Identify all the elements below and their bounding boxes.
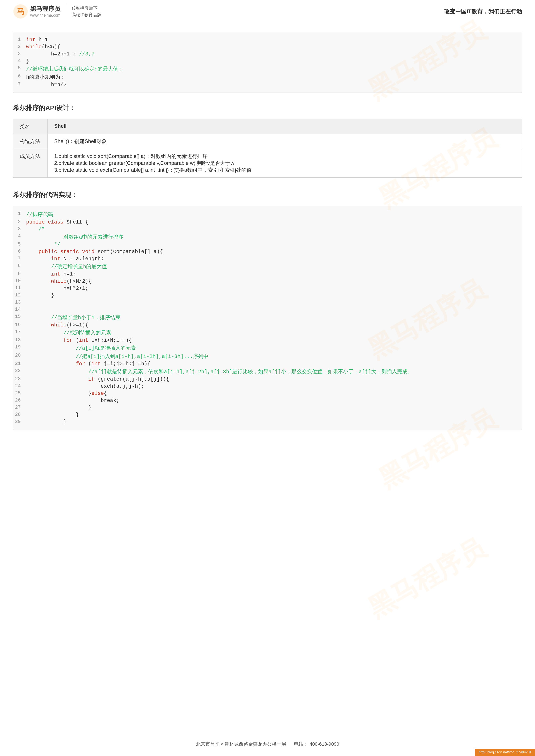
footer-address: 北京市昌平区建材城西路金燕龙办公楼一层 xyxy=(196,741,286,747)
line-content: } xyxy=(26,412,522,418)
logo-brand-name: 黑马程序员 xyxy=(30,5,60,13)
header-left: 马 黑马程序员 www.itheima.com 传智播客旗下 高端IT教育品牌 xyxy=(13,4,101,19)
code-line: 3 /* xyxy=(13,226,522,233)
line-number: 9 xyxy=(13,271,26,277)
line-content: if (greater(a[j-h],a[j])){ xyxy=(26,376,522,382)
line-content: //把a[i]插入到a[i-h],a[i-2h],a[i-3h]...序列中 xyxy=(26,353,522,360)
line-content: h=h/2 xyxy=(26,82,522,88)
line-number: 10 xyxy=(13,278,26,284)
line-content: break; xyxy=(26,398,522,403)
code-line: 9 int h=1; xyxy=(13,271,522,278)
line-content: //a[j]就是待插入元素，依次和a[j-h],a[j-2h],a[j-3h]进… xyxy=(26,368,522,375)
line-content: //循环结束后我们就可以确定h的最大值； xyxy=(26,66,522,72)
line-content: h=h*2+1; xyxy=(26,285,522,291)
code-line: 3 h=2h+1 ; //3,7 xyxy=(13,50,522,58)
code-line: 13 xyxy=(13,299,522,306)
footer-phone-label: 电话： xyxy=(294,741,308,747)
code-line: 4 对数组a中的元素进行排序 xyxy=(13,233,522,241)
line-number: 18 xyxy=(13,338,26,343)
code-line: 5 */ xyxy=(13,241,522,248)
line-number: 5 xyxy=(13,242,26,247)
logo-icon: 马 xyxy=(13,4,28,19)
code-line: 2 while(h<5){ xyxy=(13,43,522,50)
code-line: 7 int N = a.length; xyxy=(13,255,522,262)
line-content: h的减小规则为： xyxy=(26,73,522,80)
line-content: while(h>=1){ xyxy=(26,322,522,328)
line-number: 6 xyxy=(13,73,26,79)
line-number: 16 xyxy=(13,322,26,328)
section-title-1: 希尔排序的API设计： xyxy=(13,104,522,112)
line-number: 20 xyxy=(13,353,26,358)
method-line-2: 2.private static boolean greater(Compara… xyxy=(54,160,515,167)
line-content: } xyxy=(26,419,522,425)
line-number: 27 xyxy=(13,405,26,410)
method-line-3: 3.private static void exch(Comparable[] … xyxy=(54,167,515,174)
line-content: for (int j=i;j>=h;j-=h){ xyxy=(26,361,522,367)
line-number: 15 xyxy=(13,314,26,319)
code-block-1: 1 int h=1 2 while(h<5){ 3 h=2h+1 ; //3,7… xyxy=(13,32,522,93)
line-content: int h=1 xyxy=(26,37,522,43)
logo-divider xyxy=(66,5,66,18)
code-line: 15 //当增长量h小于1，排序结束 xyxy=(13,313,522,321)
line-number: 17 xyxy=(13,329,26,335)
line-number: 11 xyxy=(13,285,26,291)
code-line: 6 public static void sort(Comparable[] a… xyxy=(13,248,522,255)
code-block-2: 1 //排序代码 2 public class Shell { 3 /* 4 对… xyxy=(13,206,522,430)
code-line: 29 } xyxy=(13,418,522,425)
table-cell: 构造方法 xyxy=(13,134,48,149)
line-content: //a[i]就是待插入的元素 xyxy=(26,344,522,351)
line-content: int h=1; xyxy=(26,271,522,277)
line-number: 2 xyxy=(13,219,26,225)
line-content: int N = a.length; xyxy=(26,256,522,262)
line-content: h=2h+1 ; //3,7 xyxy=(26,51,522,57)
table-row: 成员方法 1.public static void sort(Comparabl… xyxy=(13,149,522,177)
line-number: 14 xyxy=(13,307,26,312)
line-number: 7 xyxy=(13,82,26,87)
line-content: } xyxy=(26,293,522,298)
line-content: public class Shell { xyxy=(26,219,522,225)
line-number: 19 xyxy=(13,344,26,350)
code-line: 16 while(h>=1){ xyxy=(13,321,522,329)
code-line: 8 //确定增长量h的最大值 xyxy=(13,262,522,271)
code-line: 5 //循环结束后我们就可以确定h的最大值； xyxy=(13,65,522,73)
line-number: 24 xyxy=(13,383,26,389)
line-content: }else{ xyxy=(26,391,522,396)
code-line: 22 //a[j]就是待插入元素，依次和a[j-h],a[j-2h],a[j-3… xyxy=(13,367,522,376)
line-content: //找到待插入的元素 xyxy=(26,329,522,336)
code-line: 17 //找到待插入的元素 xyxy=(13,329,522,337)
line-content: } xyxy=(26,58,522,64)
code-line: 12 } xyxy=(13,292,522,299)
line-content xyxy=(26,300,522,306)
footer-badge: http://blog.csdn.net/itco_27484201 xyxy=(475,749,535,756)
code-line: 23 if (greater(a[j-h],a[j])){ xyxy=(13,376,522,383)
line-number: 6 xyxy=(13,249,26,254)
footer-phone: 400-618-9090 xyxy=(309,741,339,747)
line-content xyxy=(26,307,522,312)
code-line: 7 h=h/2 xyxy=(13,81,522,88)
code-line: 1 int h=1 xyxy=(13,36,522,43)
table-cell: Shell()：创建Shell对象 xyxy=(48,134,522,149)
table-cell: 成员方法 xyxy=(13,149,48,177)
page-footer: 北京市昌平区建材城西路金燕龙办公楼一层 电话： 400-618-9090 xyxy=(0,741,535,747)
line-content: public static void sort(Comparable[] a){ xyxy=(26,249,522,255)
logo-area: 马 黑马程序员 www.itheima.com 传智播客旗下 高端IT教育品牌 xyxy=(13,4,101,19)
line-number: 28 xyxy=(13,412,26,417)
line-number: 13 xyxy=(13,300,26,305)
line-number: 29 xyxy=(13,419,26,424)
section-title-2: 希尔排序的代码实现： xyxy=(13,191,522,199)
line-content: */ xyxy=(26,242,522,248)
code-line: 2 public class Shell { xyxy=(13,219,522,226)
line-number: 2 xyxy=(13,44,26,49)
code-line: 18 for (int i=h;i<N;i++){ xyxy=(13,337,522,344)
line-content: //排序代码 xyxy=(26,211,522,218)
line-number: 3 xyxy=(13,226,26,232)
line-number: 22 xyxy=(13,368,26,373)
code-line: 19 //a[i]就是待插入的元素 xyxy=(13,344,522,352)
table-cell: Shell xyxy=(48,119,522,134)
line-content: //当增长量h小于1，排序结束 xyxy=(26,314,522,321)
code-line: 25 }else{ xyxy=(13,390,522,397)
svg-text:马: 马 xyxy=(16,7,24,16)
code-line: 1 //排序代码 xyxy=(13,210,522,219)
logo-subtitle2: 高端IT教育品牌 xyxy=(71,12,101,18)
watermark-5: 黑马程序员 xyxy=(362,531,492,626)
